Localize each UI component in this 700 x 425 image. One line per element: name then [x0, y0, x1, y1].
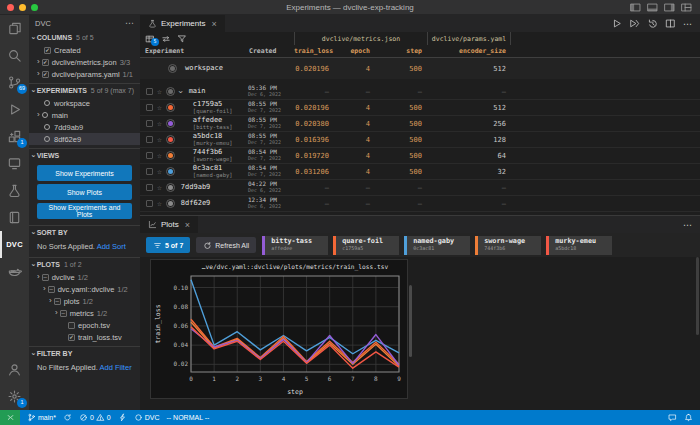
column-header-created[interactable]: Created	[244, 47, 294, 55]
checkbox[interactable]: –	[48, 286, 55, 293]
checkbox[interactable]: –	[42, 274, 49, 281]
experiment-chip-quare-foil[interactable]: quare-foilc1759a5	[333, 236, 399, 255]
run-all-icon[interactable]	[629, 18, 640, 29]
row-checkbox[interactable]	[146, 168, 153, 175]
plots-filter-button[interactable]: 5 of 7	[146, 237, 190, 253]
section-header-views[interactable]: ›VIEWS	[29, 149, 140, 162]
table-row-8df62e9[interactable]: ☆8df62e912:34 PMDec 6, 2022––––	[140, 196, 700, 212]
activity-item-testing[interactable]	[0, 177, 29, 204]
checkbox[interactable]: –	[54, 298, 61, 305]
branch-status-item[interactable]: main*	[27, 413, 56, 422]
star-icon[interactable]: ☆	[157, 200, 162, 208]
activity-item-notebook[interactable]	[0, 204, 29, 231]
table-row-7dd9ab9[interactable]: ☆7dd9ab904:22 PMDec 6, 2022––––	[140, 180, 700, 196]
toggle-sidebar-icon[interactable]	[630, 2, 641, 13]
more-actions-icon[interactable]: ⋯	[683, 220, 692, 230]
checkbox[interactable]: ✓	[42, 59, 49, 66]
table-row-workspace[interactable]: workspace0.0201964500512	[140, 58, 700, 79]
experiment-item-8df62e9[interactable]: 8df62e9	[29, 133, 140, 145]
row-checkbox[interactable]	[146, 184, 153, 191]
feedback-icon[interactable]	[668, 413, 677, 422]
maximize-window-button[interactable]	[31, 4, 38, 11]
row-checkbox[interactable]	[146, 136, 153, 143]
star-icon[interactable]: ☆	[157, 152, 162, 160]
refresh-all-button[interactable]: Refresh All	[196, 237, 256, 253]
split-editor-icon[interactable]	[665, 18, 676, 29]
star-icon[interactable]: ☆	[157, 104, 162, 112]
star-icon[interactable]: ☆	[157, 136, 162, 144]
columns-icon[interactable]: 5	[145, 34, 155, 44]
history-icon[interactable]	[647, 18, 658, 29]
activity-item-run-debug[interactable]	[0, 96, 29, 123]
checkbox[interactable]: ✓	[42, 71, 49, 78]
minimize-window-button[interactable]	[19, 4, 26, 11]
tree-item-dvclive-params-yaml[interactable]: ›✓dvclive/params.yaml1/1	[29, 68, 140, 80]
tree-item-epoch-tsv[interactable]: epoch.tsv	[29, 319, 140, 331]
swap-icon[interactable]	[161, 34, 171, 44]
column-header-encoder_size[interactable]: encoder_size	[427, 47, 511, 55]
checkbox[interactable]	[68, 322, 75, 329]
star-icon[interactable]: ☆	[157, 168, 162, 176]
add-sort-link[interactable]: Add Sort	[97, 242, 126, 251]
sidebar-more-icon[interactable]: ⋯	[125, 18, 134, 28]
experiment-chip-bitty-tass[interactable]: bitty-tassaffedee	[262, 236, 328, 255]
checkbox[interactable]: ✓	[68, 334, 75, 341]
section-header-sort-by[interactable]: ›SORT BY	[29, 226, 140, 239]
star-icon[interactable]: ☆	[157, 88, 162, 96]
table-row-affedee[interactable]: ☆affedee[bitty-tass]08:55 PMDec 7, 20220…	[140, 116, 700, 132]
run-icon[interactable]	[611, 18, 622, 29]
plot-scrollbar[interactable]	[409, 285, 412, 357]
tree-item-dvclive-metrics-json[interactable]: ›✓dvclive/metrics.json3/3	[29, 56, 140, 68]
chevron-down-icon[interactable]: ›	[176, 89, 184, 94]
activity-item-settings[interactable]: 1	[0, 383, 29, 410]
row-checkbox[interactable]	[146, 200, 153, 207]
section-header-experiments[interactable]: ›EXPERIMENTS5 of 9 (max 7)	[29, 84, 140, 97]
remote-indicator[interactable]	[0, 410, 20, 425]
add-filter-link[interactable]: Add Filter	[100, 363, 132, 372]
table-row-744f3b6[interactable]: ☆744f3b6[sworn-wage]08:54 PMDec 7, 20220…	[140, 148, 700, 164]
close-icon[interactable]: ×	[211, 19, 216, 29]
row-checkbox[interactable]	[146, 104, 153, 111]
show-experiments-button[interactable]: Show Experiments	[37, 165, 132, 181]
group-header-metrics[interactable]: dvclive/metrics.json	[294, 32, 427, 45]
experiment-item-main[interactable]: ›main	[29, 109, 140, 121]
activity-item-dvc[interactable]: DVC	[0, 231, 29, 258]
show-plots-button[interactable]: Show Plots	[37, 184, 132, 200]
train-loss-plot-card[interactable]: 01234567890.020.040.060.080.10…ve/dvc.ya…	[150, 259, 408, 399]
column-header-step[interactable]: step	[375, 47, 427, 55]
table-row-c1759a5[interactable]: ☆c1759a5[quare-foil]08:55 PMDec 7, 20220…	[140, 100, 700, 116]
activity-item-source-control[interactable]: 69	[0, 69, 29, 96]
experiment-chip-named-gaby[interactable]: named-gaby0c3ac81	[404, 236, 470, 255]
tab-plots[interactable]: Plots ×	[140, 216, 198, 233]
table-row-main[interactable]: ☆›main05:36 PMDec 6, 2022––––	[140, 84, 700, 100]
close-icon[interactable]: ×	[185, 220, 190, 230]
checkbox[interactable]: –	[60, 310, 67, 317]
problems-status-item[interactable]: 0 0	[79, 413, 111, 422]
more-actions-icon[interactable]: ⋯	[683, 19, 692, 29]
experiment-chip-sworn-wage[interactable]: sworn-wage744f3b6	[475, 236, 541, 255]
show-experiments-and-plots-button[interactable]: Show Experiments and Plots	[37, 203, 132, 219]
notifications-icon[interactable]	[684, 413, 693, 422]
activity-item-extensions[interactable]: 1	[0, 123, 29, 150]
funnel-icon[interactable]	[177, 34, 187, 44]
experiment-item-7dd9ab9[interactable]: 7dd9ab9	[29, 121, 140, 133]
experiment-chip-murky-emeu[interactable]: murky-emeua5bdc18	[546, 236, 612, 255]
panel-scrollbar[interactable]	[696, 257, 699, 335]
column-header-train_loss[interactable]: train_loss	[294, 47, 334, 55]
column-header-experiment[interactable]: Experiment	[140, 47, 244, 55]
checkbox[interactable]: ✓	[44, 47, 51, 54]
dvc-status-item[interactable]: DVC	[134, 413, 160, 422]
star-icon[interactable]: ☆	[157, 120, 162, 128]
tree-item-train-loss-tsv[interactable]: ✓train_loss.tsv	[29, 331, 140, 343]
tree-item-dvc-yaml-dvclive[interactable]: ›–dvc.yaml::dvclive1/2	[29, 283, 140, 295]
toggle-secondary-sidebar-icon[interactable]	[664, 2, 675, 13]
close-window-button[interactable]	[7, 4, 14, 11]
activity-item-explorer[interactable]	[0, 15, 29, 42]
table-row-a5bdc18[interactable]: ☆a5bdc18[murky-emeu]08:55 PMDec 7, 20220…	[140, 132, 700, 148]
customize-layout-icon[interactable]	[681, 2, 692, 13]
section-header-filter-by[interactable]: ›FILTER BY	[29, 347, 140, 360]
activity-item-account[interactable]	[0, 356, 29, 383]
table-row-0c3ac81[interactable]: ☆0c3ac81[named-gaby]08:54 PMDec 7, 20220…	[140, 164, 700, 180]
group-header-params[interactable]: dvclive/params.yaml	[427, 32, 511, 45]
column-header-epoch[interactable]: epoch	[334, 47, 375, 55]
